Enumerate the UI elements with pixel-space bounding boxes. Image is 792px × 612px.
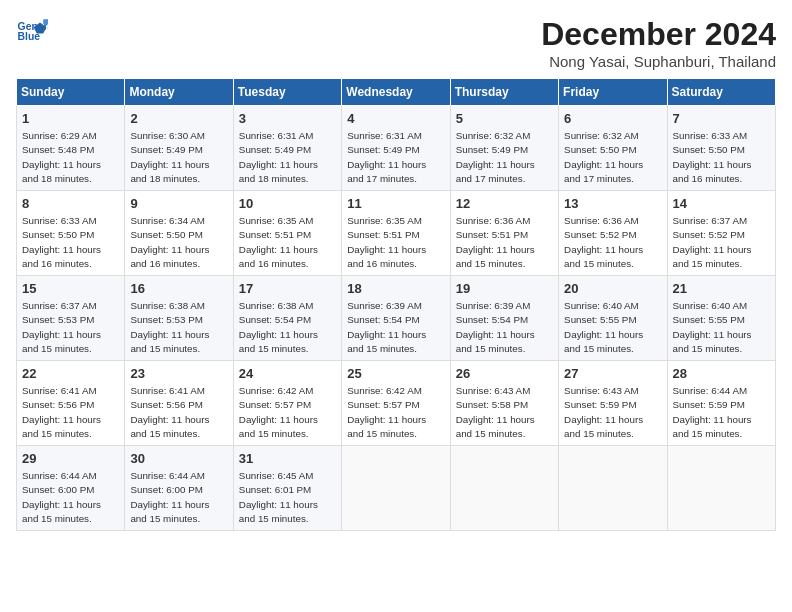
calendar-cell: 7Sunrise: 6:33 AM Sunset: 5:50 PM Daylig… <box>667 106 775 191</box>
svg-marker-3 <box>43 19 48 24</box>
calendar-cell <box>667 446 775 531</box>
day-info: Sunrise: 6:33 AM Sunset: 5:50 PM Dayligh… <box>673 129 770 186</box>
day-info: Sunrise: 6:45 AM Sunset: 6:01 PM Dayligh… <box>239 469 336 526</box>
day-of-week-header: Tuesday <box>233 79 341 106</box>
day-number: 30 <box>130 450 227 468</box>
day-info: Sunrise: 6:39 AM Sunset: 5:54 PM Dayligh… <box>456 299 553 356</box>
day-info: Sunrise: 6:40 AM Sunset: 5:55 PM Dayligh… <box>564 299 661 356</box>
day-info: Sunrise: 6:39 AM Sunset: 5:54 PM Dayligh… <box>347 299 444 356</box>
day-number: 21 <box>673 280 770 298</box>
day-number: 18 <box>347 280 444 298</box>
calendar-cell: 8Sunrise: 6:33 AM Sunset: 5:50 PM Daylig… <box>17 191 125 276</box>
calendar-cell: 10Sunrise: 6:35 AM Sunset: 5:51 PM Dayli… <box>233 191 341 276</box>
calendar-cell: 26Sunrise: 6:43 AM Sunset: 5:58 PM Dayli… <box>450 361 558 446</box>
calendar-cell: 4Sunrise: 6:31 AM Sunset: 5:49 PM Daylig… <box>342 106 450 191</box>
day-of-week-header: Thursday <box>450 79 558 106</box>
calendar-cell <box>342 446 450 531</box>
calendar-cell: 31Sunrise: 6:45 AM Sunset: 6:01 PM Dayli… <box>233 446 341 531</box>
day-number: 31 <box>239 450 336 468</box>
calendar-cell: 25Sunrise: 6:42 AM Sunset: 5:57 PM Dayli… <box>342 361 450 446</box>
day-info: Sunrise: 6:41 AM Sunset: 5:56 PM Dayligh… <box>22 384 119 441</box>
day-info: Sunrise: 6:34 AM Sunset: 5:50 PM Dayligh… <box>130 214 227 271</box>
day-number: 24 <box>239 365 336 383</box>
calendar-week-row: 8Sunrise: 6:33 AM Sunset: 5:50 PM Daylig… <box>17 191 776 276</box>
calendar-cell: 30Sunrise: 6:44 AM Sunset: 6:00 PM Dayli… <box>125 446 233 531</box>
day-info: Sunrise: 6:36 AM Sunset: 5:52 PM Dayligh… <box>564 214 661 271</box>
day-number: 14 <box>673 195 770 213</box>
day-info: Sunrise: 6:42 AM Sunset: 5:57 PM Dayligh… <box>239 384 336 441</box>
day-of-week-header: Monday <box>125 79 233 106</box>
calendar-cell: 16Sunrise: 6:38 AM Sunset: 5:53 PM Dayli… <box>125 276 233 361</box>
calendar-cell: 22Sunrise: 6:41 AM Sunset: 5:56 PM Dayli… <box>17 361 125 446</box>
day-number: 7 <box>673 110 770 128</box>
calendar-cell: 18Sunrise: 6:39 AM Sunset: 5:54 PM Dayli… <box>342 276 450 361</box>
day-info: Sunrise: 6:37 AM Sunset: 5:52 PM Dayligh… <box>673 214 770 271</box>
day-info: Sunrise: 6:38 AM Sunset: 5:53 PM Dayligh… <box>130 299 227 356</box>
day-info: Sunrise: 6:38 AM Sunset: 5:54 PM Dayligh… <box>239 299 336 356</box>
calendar-cell: 29Sunrise: 6:44 AM Sunset: 6:00 PM Dayli… <box>17 446 125 531</box>
day-number: 11 <box>347 195 444 213</box>
day-number: 2 <box>130 110 227 128</box>
calendar-week-row: 29Sunrise: 6:44 AM Sunset: 6:00 PM Dayli… <box>17 446 776 531</box>
day-number: 5 <box>456 110 553 128</box>
calendar-cell: 3Sunrise: 6:31 AM Sunset: 5:49 PM Daylig… <box>233 106 341 191</box>
calendar-cell: 17Sunrise: 6:38 AM Sunset: 5:54 PM Dayli… <box>233 276 341 361</box>
day-info: Sunrise: 6:41 AM Sunset: 5:56 PM Dayligh… <box>130 384 227 441</box>
day-number: 8 <box>22 195 119 213</box>
calendar-cell: 24Sunrise: 6:42 AM Sunset: 5:57 PM Dayli… <box>233 361 341 446</box>
day-number: 9 <box>130 195 227 213</box>
day-number: 25 <box>347 365 444 383</box>
calendar-table: SundayMondayTuesdayWednesdayThursdayFrid… <box>16 78 776 531</box>
day-number: 26 <box>456 365 553 383</box>
day-of-week-header: Sunday <box>17 79 125 106</box>
logo: General Blue <box>16 16 48 48</box>
day-number: 19 <box>456 280 553 298</box>
day-of-week-header: Saturday <box>667 79 775 106</box>
day-number: 6 <box>564 110 661 128</box>
day-info: Sunrise: 6:44 AM Sunset: 6:00 PM Dayligh… <box>22 469 119 526</box>
calendar-cell: 1Sunrise: 6:29 AM Sunset: 5:48 PM Daylig… <box>17 106 125 191</box>
day-number: 27 <box>564 365 661 383</box>
day-info: Sunrise: 6:42 AM Sunset: 5:57 PM Dayligh… <box>347 384 444 441</box>
calendar-cell: 2Sunrise: 6:30 AM Sunset: 5:49 PM Daylig… <box>125 106 233 191</box>
day-number: 23 <box>130 365 227 383</box>
calendar-cell <box>559 446 667 531</box>
calendar-cell: 23Sunrise: 6:41 AM Sunset: 5:56 PM Dayli… <box>125 361 233 446</box>
day-number: 29 <box>22 450 119 468</box>
day-number: 1 <box>22 110 119 128</box>
day-info: Sunrise: 6:29 AM Sunset: 5:48 PM Dayligh… <box>22 129 119 186</box>
day-info: Sunrise: 6:35 AM Sunset: 5:51 PM Dayligh… <box>347 214 444 271</box>
logo-icon: General Blue <box>16 16 48 48</box>
calendar-cell: 13Sunrise: 6:36 AM Sunset: 5:52 PM Dayli… <box>559 191 667 276</box>
day-number: 4 <box>347 110 444 128</box>
calendar-cell: 21Sunrise: 6:40 AM Sunset: 5:55 PM Dayli… <box>667 276 775 361</box>
calendar-cell: 19Sunrise: 6:39 AM Sunset: 5:54 PM Dayli… <box>450 276 558 361</box>
month-title: December 2024 <box>541 16 776 53</box>
day-info: Sunrise: 6:40 AM Sunset: 5:55 PM Dayligh… <box>673 299 770 356</box>
page-header: General Blue December 2024 Nong Yasai, S… <box>16 16 776 70</box>
calendar-cell: 15Sunrise: 6:37 AM Sunset: 5:53 PM Dayli… <box>17 276 125 361</box>
day-info: Sunrise: 6:35 AM Sunset: 5:51 PM Dayligh… <box>239 214 336 271</box>
calendar-week-row: 15Sunrise: 6:37 AM Sunset: 5:53 PM Dayli… <box>17 276 776 361</box>
title-block: December 2024 Nong Yasai, Suphanburi, Th… <box>541 16 776 70</box>
calendar-cell: 6Sunrise: 6:32 AM Sunset: 5:50 PM Daylig… <box>559 106 667 191</box>
calendar-cell <box>450 446 558 531</box>
day-number: 15 <box>22 280 119 298</box>
day-of-week-header: Friday <box>559 79 667 106</box>
day-number: 28 <box>673 365 770 383</box>
day-number: 13 <box>564 195 661 213</box>
day-number: 10 <box>239 195 336 213</box>
day-of-week-header: Wednesday <box>342 79 450 106</box>
calendar-cell: 12Sunrise: 6:36 AM Sunset: 5:51 PM Dayli… <box>450 191 558 276</box>
day-info: Sunrise: 6:30 AM Sunset: 5:49 PM Dayligh… <box>130 129 227 186</box>
day-number: 3 <box>239 110 336 128</box>
day-info: Sunrise: 6:43 AM Sunset: 5:59 PM Dayligh… <box>564 384 661 441</box>
day-info: Sunrise: 6:31 AM Sunset: 5:49 PM Dayligh… <box>239 129 336 186</box>
day-number: 12 <box>456 195 553 213</box>
location-subtitle: Nong Yasai, Suphanburi, Thailand <box>541 53 776 70</box>
day-number: 17 <box>239 280 336 298</box>
day-number: 16 <box>130 280 227 298</box>
calendar-cell: 28Sunrise: 6:44 AM Sunset: 5:59 PM Dayli… <box>667 361 775 446</box>
day-info: Sunrise: 6:32 AM Sunset: 5:50 PM Dayligh… <box>564 129 661 186</box>
day-number: 22 <box>22 365 119 383</box>
